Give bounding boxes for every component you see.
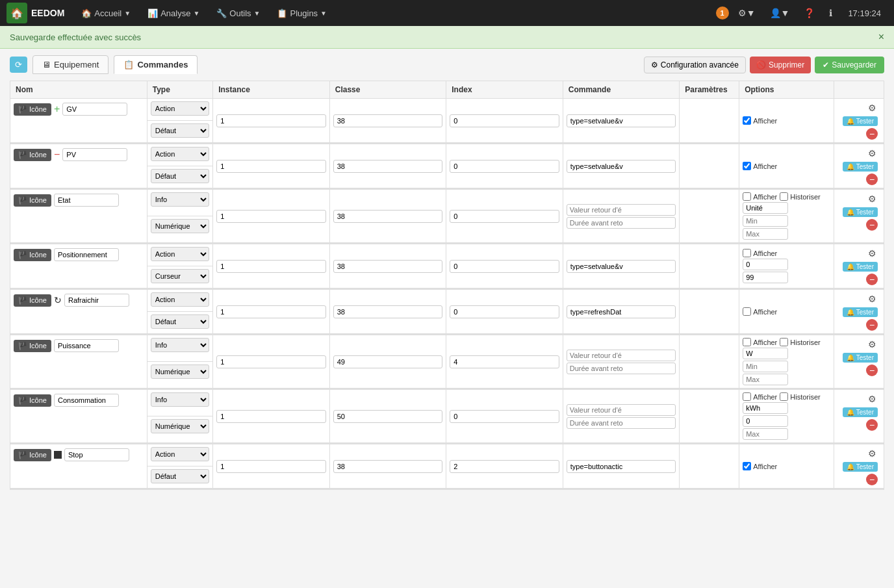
- afficher-label-row3[interactable]: Afficher: [743, 192, 777, 201]
- remove-button-row7[interactable]: −: [866, 419, 878, 431]
- name-input-row1[interactable]: [62, 103, 127, 116]
- name-input-row3[interactable]: [54, 194, 119, 207]
- icone-button[interactable]: 🏴 Icône: [14, 149, 51, 161]
- icone-button[interactable]: 🏴 Icône: [14, 294, 51, 307]
- notification-badge[interactable]: 1: [716, 6, 729, 19]
- valeur-retour-input-row7[interactable]: [567, 404, 676, 416]
- subtype-select-row3[interactable]: Numérique Binaire Autre: [151, 219, 209, 233]
- name-input-row5[interactable]: [64, 294, 129, 307]
- max-input-row7[interactable]: [743, 428, 788, 440]
- commande-input-row8[interactable]: [567, 460, 676, 473]
- type-select-row1[interactable]: Action Info: [151, 101, 209, 116]
- commande-input-row2[interactable]: [567, 160, 676, 173]
- index-input-row5[interactable]: [450, 305, 559, 318]
- instance-input-row3[interactable]: [216, 210, 326, 223]
- nav-accueil[interactable]: 🏠 Accueil ▼: [75, 0, 137, 26]
- remove-button-row5[interactable]: −: [866, 319, 878, 331]
- help-icon[interactable]: ❓: [798, 0, 820, 26]
- historiser-cb-row3[interactable]: [780, 192, 788, 201]
- subtype2-select-row1[interactable]: DéfautCurseur: [151, 123, 209, 138]
- afficher-label-row2[interactable]: Afficher: [743, 162, 830, 170]
- icone-button[interactable]: 🏴 Icône: [14, 449, 51, 461]
- afficher-cb-row6[interactable]: [743, 338, 751, 346]
- historiser-label-row3[interactable]: Historiser: [780, 192, 820, 201]
- min-input-row7[interactable]: [743, 415, 788, 427]
- index-input-row6[interactable]: [450, 355, 559, 368]
- tester-button-row7[interactable]: 🔔 Tester: [843, 407, 878, 417]
- historiser-cb-row6[interactable]: [780, 338, 788, 346]
- afficher-label-row8[interactable]: Afficher: [743, 462, 830, 470]
- subtype2-select-row4[interactable]: CurseurDéfaut: [151, 269, 209, 283]
- instance-input-row1[interactable]: [216, 114, 326, 127]
- name-input-row2[interactable]: [62, 148, 127, 161]
- remove-button-row4[interactable]: −: [866, 274, 878, 285]
- icone-button[interactable]: 🏴 Icône: [14, 340, 51, 352]
- classe-input-row8[interactable]: [333, 460, 443, 473]
- tester-button-row8[interactable]: 🔔 Tester: [843, 462, 878, 472]
- instance-input-row8[interactable]: [216, 460, 326, 473]
- supprimer-button[interactable]: 🚫 Supprimer: [750, 57, 811, 73]
- unite-input-row4[interactable]: [743, 259, 788, 270]
- type-select-row8[interactable]: Action Info: [151, 447, 209, 461]
- subtype2-select-row2[interactable]: DéfautCurseur: [151, 169, 209, 183]
- info-icon[interactable]: ℹ: [824, 0, 837, 26]
- afficher-cb-row1[interactable]: [743, 116, 751, 125]
- duree-retour-input-row3[interactable]: [567, 217, 676, 229]
- subtype-select-row7[interactable]: Numérique Binaire Autre: [151, 419, 209, 433]
- subtype-select-row6[interactable]: Numérique Binaire Autre: [151, 364, 209, 379]
- sauvegarder-button[interactable]: ✔ Sauvegarder: [815, 57, 884, 73]
- icone-button[interactable]: 🏴 Icône: [14, 394, 51, 407]
- instance-input-row5[interactable]: [216, 305, 326, 318]
- classe-input-row2[interactable]: [333, 160, 443, 173]
- unite-input-row6[interactable]: [743, 348, 788, 359]
- commande-input-row5[interactable]: [567, 305, 676, 318]
- index-input-row8[interactable]: [450, 460, 559, 473]
- classe-input-row1[interactable]: [333, 114, 443, 127]
- icone-button[interactable]: 🏴 Icône: [14, 249, 51, 261]
- unite-input-row3[interactable]: [743, 202, 788, 214]
- afficher-cb-row2[interactable]: [743, 162, 751, 170]
- commande-input-row1[interactable]: [567, 114, 676, 127]
- index-input-row2[interactable]: [450, 160, 559, 173]
- type-select-row3[interactable]: Info Info: [151, 192, 209, 207]
- index-input-row1[interactable]: [450, 114, 559, 127]
- gear-button-row1[interactable]: ⚙: [867, 101, 878, 114]
- instance-input-row2[interactable]: [216, 160, 326, 173]
- name-input-row7[interactable]: [54, 394, 119, 407]
- tester-button-row5[interactable]: 🔔 Tester: [843, 307, 878, 317]
- instance-input-row4[interactable]: [216, 260, 326, 273]
- name-input-row4[interactable]: [54, 248, 119, 261]
- remove-button-row6[interactable]: −: [866, 364, 878, 376]
- valeur-retour-input-row6[interactable]: [567, 350, 676, 361]
- max-input-row3[interactable]: [743, 228, 788, 240]
- tester-button-row3[interactable]: 🔔 Tester: [843, 207, 878, 217]
- duree-retour-input-row7[interactable]: [567, 417, 676, 429]
- remove-button-row1[interactable]: −: [866, 128, 878, 140]
- afficher-cb-row3[interactable]: [743, 192, 751, 201]
- nav-plugins[interactable]: 📋 Plugins ▼: [270, 0, 333, 26]
- plus-icon[interactable]: +: [54, 103, 60, 115]
- tester-button-row1[interactable]: 🔔 Tester: [843, 116, 878, 126]
- classe-input-row5[interactable]: [333, 305, 443, 318]
- icone-button[interactable]: 🏴 Icône: [14, 194, 51, 207]
- remove-button-row3[interactable]: −: [866, 219, 878, 231]
- afficher-label-row6[interactable]: Afficher: [743, 338, 777, 346]
- classe-input-row4[interactable]: [333, 260, 443, 273]
- tab-commandes[interactable]: 📋 Commandes: [114, 55, 198, 74]
- duree-retour-input-row6[interactable]: [567, 363, 676, 374]
- index-input-row3[interactable]: [450, 210, 559, 223]
- remove-button-row2[interactable]: −: [866, 173, 878, 185]
- min-input-row4[interactable]: [743, 272, 788, 283]
- index-input-row4[interactable]: [450, 260, 559, 273]
- afficher-label-row1[interactable]: Afficher: [743, 116, 830, 125]
- afficher-label-row4[interactable]: Afficher: [743, 249, 830, 257]
- gear-button-row6[interactable]: ⚙: [867, 338, 878, 351]
- type-select-row7[interactable]: Info Info: [151, 392, 209, 407]
- tab-equipement[interactable]: 🖥 Equipement: [32, 55, 109, 74]
- max-input-row6[interactable]: [743, 374, 788, 385]
- type-select-row2[interactable]: Action Info: [151, 147, 209, 161]
- gear-button-row3[interactable]: ⚙: [867, 192, 878, 205]
- tester-button-row6[interactable]: 🔔 Tester: [843, 353, 878, 363]
- gear-button-row4[interactable]: ⚙: [867, 247, 878, 260]
- afficher-cb-row4[interactable]: [743, 249, 751, 257]
